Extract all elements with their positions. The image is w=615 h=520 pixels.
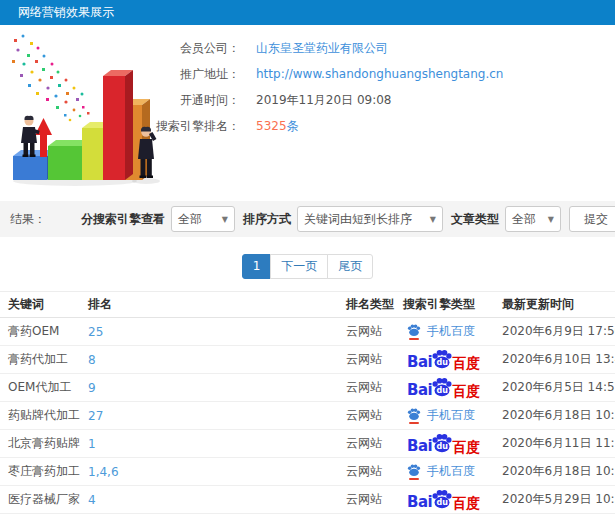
baidu-logo: Baidu百度 [407, 349, 480, 370]
rank-link[interactable]: 4 [88, 493, 96, 507]
rank-count-number: 5325 [256, 119, 287, 133]
keyword-cell: 膏药OEM [0, 318, 88, 346]
mobile-baidu-label: 手机百度 [427, 407, 475, 424]
article-type-select[interactable]: 全部 ▼ [505, 206, 561, 232]
engine-cell: Baidu百度 [403, 374, 502, 402]
rank-type-cell: 云网站 [346, 514, 403, 520]
app-header: 网络营销效果展示 [0, 0, 615, 25]
pagination: 1 下一页 尾页 [0, 254, 615, 279]
mobile-baidu-icon [407, 464, 421, 480]
updated-cell: 2020年6月11日 11:18 [502, 430, 615, 458]
chevron-down-icon: ▼ [222, 215, 228, 224]
info-row-rank-count: 搜索引擎排名： 5325条 [145, 113, 615, 139]
table-row: 膏药OEM 25 云网站 手机百度 2020年6月9日 17:50 [0, 318, 615, 346]
page-1-button[interactable]: 1 [242, 254, 272, 279]
mobile-baidu-label: 手机百度 [427, 323, 475, 340]
engine-cell: Baidu百度 [403, 346, 502, 374]
updated-cell: 2020年6月11日 11:40 [502, 514, 615, 520]
table-row: 北京膏药贴牌 1 云网站 Baidu百度 2020年6月11日 11:18 [0, 430, 615, 458]
info-row-url: 推广地址： http://www.shandonghuangshengtang.… [145, 61, 615, 87]
updated-cell: 2020年6月18日 10:25 [502, 402, 615, 430]
col-rank-type: 排名类型 [346, 292, 403, 318]
engine-cell: 手机百度 [403, 402, 502, 430]
mobile-baidu-badge: 手机百度 [407, 407, 475, 424]
last-page-button[interactable]: 尾页 [327, 254, 373, 279]
rank-cell: 1,4,6 [88, 458, 346, 486]
summary-section: 会员公司： 山东皇圣堂药业有限公司 推广地址： http://www.shand… [0, 25, 615, 193]
updated-cell: 2020年6月5日 14:57 [502, 374, 615, 402]
rank-type-cell: 云网站 [346, 430, 403, 458]
rank-cell: 1 [88, 430, 346, 458]
page-title: 网络营销效果展示 [18, 5, 114, 19]
keyword-cell: 膏药代加工 [0, 346, 88, 374]
engine-filter-label: 分搜索引擎查看 [81, 211, 165, 228]
info-row-company: 会员公司： 山东皇圣堂药业有限公司 [145, 35, 615, 61]
table-row: 药贴牌代加工 27 云网站 手机百度 2020年6月18日 10:25 [0, 402, 615, 430]
table-row: OEM代加工 9 云网站 Baidu百度 2020年6月5日 14:57 [0, 374, 615, 402]
keyword-cell: 药贴牌代加工 [0, 402, 88, 430]
updated-cell: 2020年6月9日 17:50 [502, 318, 615, 346]
submit-button[interactable]: 提交 [569, 206, 615, 232]
member-info: 会员公司： 山东皇圣堂药业有限公司 推广地址： http://www.shand… [145, 25, 615, 139]
article-type-label: 文章类型 [451, 211, 499, 228]
table-row: 膏药代加工 8 云网站 Baidu百度 2020年6月10日 13:40 [0, 346, 615, 374]
sort-filter-select[interactable]: 关键词由短到长排序 ▼ [297, 206, 443, 232]
col-rank: 排名 [88, 292, 346, 318]
mobile-baidu-icon [407, 324, 421, 340]
rank-type-cell: 云网站 [346, 458, 403, 486]
chevron-down-icon: ▼ [430, 215, 436, 224]
col-updated: 最新更新时间 [502, 292, 615, 318]
bar-red [103, 70, 133, 180]
result-label: 结果： [10, 211, 46, 228]
mobile-baidu-icon [407, 408, 421, 424]
table-row: 枣庄膏药加工 1,4,6 云网站 手机百度 2020年6月18日 10:19 [0, 458, 615, 486]
baidu-paw-icon: du [431, 349, 453, 370]
baidu-paw-icon: du [431, 377, 453, 398]
baidu-logo: Baidu百度 [407, 433, 480, 454]
company-link[interactable]: 山东皇圣堂药业有限公司 [256, 40, 388, 57]
keyword-cell: 医疗器械厂家 [0, 486, 88, 514]
baidu-paw-icon: du [431, 489, 453, 510]
rank-cell: 4 [88, 486, 346, 514]
info-row-open-time: 开通时间： 2019年11月20日 09:08 [145, 87, 615, 113]
updated-cell: 2020年6月18日 10:19 [502, 458, 615, 486]
rank-link[interactable]: 9 [88, 381, 96, 395]
rank-link[interactable]: 1 [88, 437, 96, 451]
open-time-value: 2019年11月20日 09:08 [256, 92, 391, 109]
next-page-button[interactable]: 下一页 [270, 254, 328, 279]
updated-cell: 2020年6月10日 13:40 [502, 346, 615, 374]
confetti-dots [12, 35, 90, 122]
rank-link[interactable]: 8 [88, 353, 96, 367]
promo-url-link[interactable]: http://www.shandonghuangshengtang.cn [256, 67, 503, 81]
baidu-logo: Baidu百度 [407, 377, 480, 398]
mobile-baidu-label: 手机百度 [427, 463, 475, 480]
rank-cell: 9 [88, 374, 346, 402]
keyword-results-table: 关键词 排名 排名类型 搜索引擎类型 最新更新时间 膏药OEM 25 云网站 手… [0, 291, 615, 520]
rank-type-cell: 云网站 [346, 346, 403, 374]
rank-type-cell: 云网站 [346, 374, 403, 402]
filter-bar: 结果： 分搜索引擎查看 全部 ▼ 排序方式 关键词由短到长排序 ▼ 文章类型 全… [0, 201, 615, 237]
rank-cell: 17 [88, 514, 346, 520]
rank-type-cell: 云网站 [346, 318, 403, 346]
growth-chart-illustration [0, 31, 180, 191]
updated-cell: 2020年5月29日 10:32 [502, 486, 615, 514]
col-engine-type: 搜索引擎类型 [403, 292, 502, 318]
engine-cell: 手机百度 [403, 514, 502, 520]
rank-count-unit: 条 [287, 119, 299, 133]
table-row: 医疗器械厂家 4 云网站 Baidu百度 2020年5月29日 10:32 [0, 486, 615, 514]
baidu-paw-icon: du [431, 433, 453, 454]
rank-type-cell: 云网站 [346, 486, 403, 514]
engine-cell: 手机百度 [403, 318, 502, 346]
chevron-down-icon: ▼ [548, 215, 554, 224]
rank-cell: 8 [88, 346, 346, 374]
col-keyword: 关键词 [0, 292, 88, 318]
rank-link[interactable]: 27 [88, 409, 103, 423]
rank-link[interactable]: 1,4,6 [88, 465, 119, 479]
mobile-baidu-badge: 手机百度 [407, 323, 475, 340]
table-header-row: 关键词 排名 排名类型 搜索引擎类型 最新更新时间 [0, 292, 615, 318]
engine-filter-select[interactable]: 全部 ▼ [171, 206, 235, 232]
keyword-cell: 枣庄膏药加工 [0, 458, 88, 486]
rank-link[interactable]: 25 [88, 325, 103, 339]
engine-cell: Baidu百度 [403, 486, 502, 514]
keyword-cell: 菏泽膏药厂家 [0, 514, 88, 520]
